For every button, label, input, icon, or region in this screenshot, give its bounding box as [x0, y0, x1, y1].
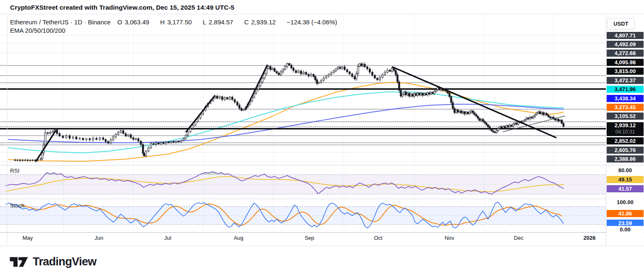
time-axis-label: 2026	[577, 235, 602, 241]
price-axis-label: 41.86	[607, 210, 644, 217]
price-axis-label: 4,272.68	[607, 50, 644, 57]
rsi-panel-label[interactable]: RSI	[10, 168, 20, 174]
time-axis-label: Dec	[506, 235, 531, 241]
tradingview-chart-page: CryptoFXStreet created with TradingView.…	[0, 0, 644, 278]
tradingview-logo-icon	[9, 254, 29, 269]
price-axis-label: 0.00	[607, 226, 644, 233]
price-axis-label: 3,472.37	[607, 77, 644, 84]
change-value: −124.38 (−4.06%)	[287, 18, 337, 26]
time-axis-label: May	[15, 235, 40, 241]
price-axis-label: 3,438.34	[607, 95, 644, 102]
candlesticks	[14, 62, 564, 162]
ohlc-high: H3,177.50	[160, 18, 194, 26]
price-axis-label: 49.15	[607, 176, 644, 183]
price-axis-label: 41.57	[607, 185, 644, 192]
time-axis-label: Jun	[86, 235, 112, 241]
tradingview-logo[interactable]: TradingView	[9, 254, 96, 269]
ema-indicator-legend[interactable]: EMA 20/50/100/200	[10, 27, 340, 34]
ohlc-low: L2,894.57	[203, 18, 236, 26]
currency-toggle-button[interactable]: USDT	[607, 18, 635, 29]
time-axis-label: Aug	[226, 235, 251, 241]
stoch-panel-label[interactable]: Stoch	[10, 202, 25, 209]
price-axis-label: 3,273.45	[607, 104, 644, 111]
chart-legend[interactable]: Ethereum / TetherUS · 1D · BinanceO3,063…	[10, 18, 340, 34]
tradingview-logo-text: TradingView	[33, 255, 96, 268]
price-axis-label: 100.00	[607, 199, 644, 206]
chart-canvas[interactable]	[0, 0, 644, 246]
price-axis-label: 2,852.02	[607, 137, 644, 144]
ohlc-open: O3,063.49	[117, 18, 152, 26]
price-axis-label: 80.00	[607, 167, 644, 174]
time-axis-label: Jul	[155, 235, 180, 241]
symbol-title[interactable]: Ethereum / TetherUS · 1D · Binance	[10, 18, 111, 26]
price-axis-label: 2,605.76	[607, 147, 644, 154]
time-axis-label: Nov	[437, 235, 462, 241]
price-axis-label: 4,095.98	[607, 59, 644, 66]
price-axis-label: 2,388.86	[607, 155, 644, 163]
price-axis-label: 3,105.52	[607, 113, 644, 120]
price-axis-label: 3,815.00	[607, 68, 644, 75]
price-axis-label: 4,807.71	[607, 32, 644, 39]
time-axis-label: Oct	[366, 235, 391, 241]
ohlc-close: C2,939.12	[244, 18, 278, 26]
time-axis-label: Sep	[297, 235, 322, 241]
price-axis-label: 23.59	[607, 220, 644, 227]
price-axis-label: 2,939.1204:10:31	[607, 122, 644, 136]
price-axis-label: 3,471.96	[607, 86, 644, 93]
price-axis-label: 4,492.09	[607, 41, 644, 48]
